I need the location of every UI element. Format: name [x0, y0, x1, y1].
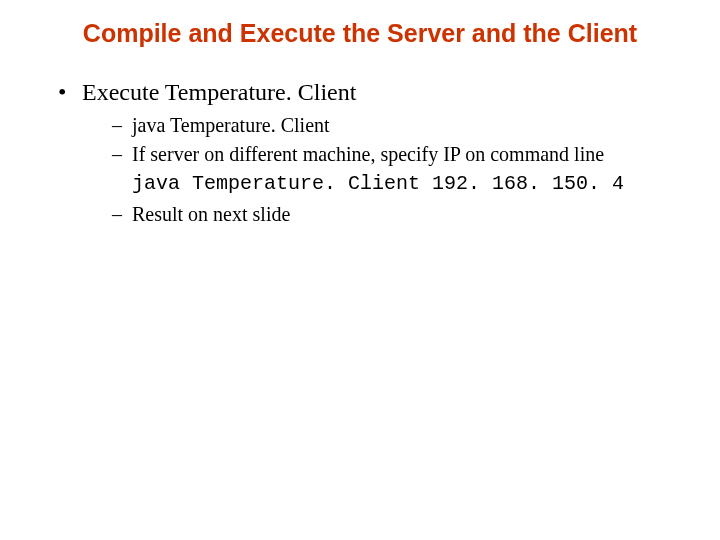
bullet-text: Execute Temperature. Client [82, 79, 356, 105]
slide-title: Compile and Execute the Server and the C… [50, 18, 670, 49]
bullet-list-level1: Execute Temperature. Client java Tempera… [50, 77, 670, 228]
sub-bullet-item: Result on next slide [112, 201, 670, 228]
sub-bullet-text: Result on next slide [132, 203, 290, 225]
sub-bullet-text: If server on different machine, specify … [132, 143, 604, 165]
sub-bullet-text: java Temperature. Client [132, 114, 330, 136]
sub-bullet-item: If server on different machine, specify … [112, 141, 670, 168]
slide: Compile and Execute the Server and the C… [0, 0, 720, 540]
code-line: java Temperature. Client 192. 168. 150. … [82, 170, 670, 197]
bullet-item: Execute Temperature. Client java Tempera… [56, 77, 670, 228]
bullet-list-level2: Result on next slide [82, 201, 670, 228]
bullet-list-level2: java Temperature. Client If server on di… [82, 112, 670, 168]
sub-bullet-item: java Temperature. Client [112, 112, 670, 139]
